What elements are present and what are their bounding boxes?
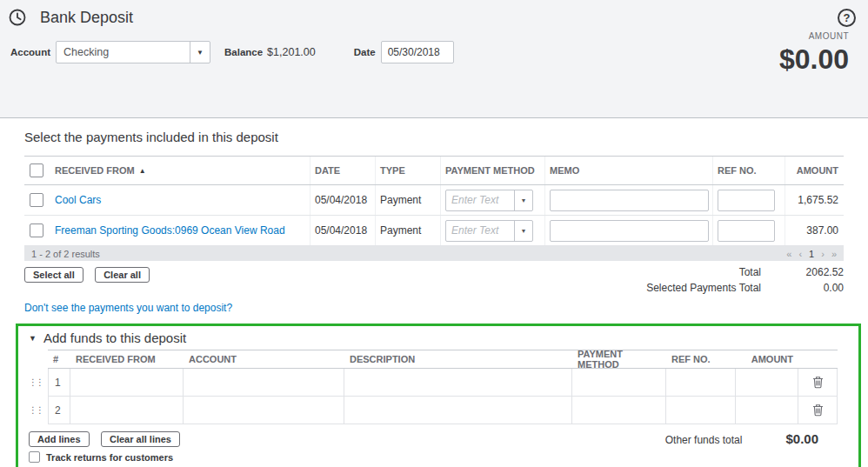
balance-label: Balance: [224, 47, 263, 57]
add-funds-footer: Add lines Clear all lines Other funds to…: [29, 430, 848, 447]
fund-account-cell[interactable]: [184, 397, 344, 424]
total-label: Total: [739, 266, 761, 278]
other-funds-total: Other funds total $0.00: [665, 431, 818, 446]
date-input[interactable]: [381, 41, 454, 63]
add-funds-table: # RECEIVED FROM ACCOUNT DESCRIPTION PAYM…: [29, 350, 838, 424]
column-header-ref-no: REF NO.: [666, 354, 736, 364]
payment-row: Freeman Sporting Goods:0969 Ocean View R…: [24, 216, 844, 246]
track-returns-label: Track returns for customers: [46, 452, 173, 463]
selection-buttons: Select all Clear all: [24, 266, 150, 297]
amount-block: AMOUNT $0.00: [779, 31, 849, 76]
selected-payments-total-value: 0.00: [761, 282, 844, 294]
drag-handle-icon[interactable]: ⋮⋮: [29, 406, 43, 415]
payment-type: Payment: [376, 216, 441, 245]
received-from-link[interactable]: Freeman Sporting Goods:0969 Ocean View R…: [55, 224, 285, 237]
row-checkbox[interactable]: [30, 223, 43, 237]
other-funds-total-value: $0.00: [785, 431, 818, 446]
collapse-triangle-icon[interactable]: ▼: [29, 334, 37, 343]
help-glyph: ?: [844, 11, 851, 24]
fund-amount-cell[interactable]: [736, 369, 798, 397]
track-returns-checkbox[interactable]: [29, 451, 40, 463]
bank-deposit-page: Bank Deposit ? Account Checking ▼ Balanc…: [0, 0, 868, 467]
chevron-down-icon[interactable]: ▼: [190, 42, 210, 63]
missing-payments-link[interactable]: Don't see the payments you want to depos…: [24, 302, 232, 314]
fund-received-from-cell[interactable]: [70, 397, 184, 424]
clear-all-lines-button[interactable]: Clear all lines: [101, 431, 180, 447]
account-label: Account: [10, 47, 50, 57]
date-label: Date: [354, 47, 376, 57]
add-lines-button[interactable]: Add lines: [29, 431, 90, 447]
ref-no-input[interactable]: [718, 220, 775, 242]
fund-received-from-cell[interactable]: [70, 369, 184, 397]
fund-row: ⋮⋮ 1: [29, 369, 838, 397]
header: Bank Deposit ? Account Checking ▼ Balanc…: [0, 0, 868, 118]
delete-row-button[interactable]: [798, 369, 838, 397]
payment-amount: 387.00: [785, 216, 844, 245]
account-select-value: Checking: [57, 42, 190, 63]
fund-amount-cell[interactable]: [736, 397, 798, 424]
fund-payment-method-cell[interactable]: [572, 369, 666, 397]
trash-icon[interactable]: [812, 376, 824, 389]
chevron-down-icon[interactable]: ▼: [514, 190, 532, 210]
column-header-ref-no: REF NO.: [713, 157, 785, 184]
row-checkbox[interactable]: [30, 193, 43, 207]
column-header-received-from: RECEIVED FROM: [70, 354, 184, 364]
payments-table: RECEIVED FROM ▲ DATE TYPE PAYMENT METHOD…: [24, 156, 844, 246]
selected-payments-total-label: Selected Payments Total: [646, 282, 761, 294]
help-icon[interactable]: ?: [838, 9, 856, 27]
delete-row-button[interactable]: [798, 397, 838, 424]
header-controls: Account Checking ▼ Balance $1,201.00 Dat…: [10, 41, 868, 63]
payment-method-select[interactable]: Enter Text ▼: [445, 220, 533, 242]
memo-input[interactable]: [550, 190, 709, 211]
payment-type: Payment: [376, 185, 441, 215]
payments-totals: Total 2062.52 Selected Payments Total 0.…: [646, 266, 844, 297]
select-all-button[interactable]: Select all: [24, 267, 83, 283]
fund-row-number: 1: [48, 369, 70, 397]
column-header-amount: AMOUNT: [785, 157, 844, 184]
column-header-payment-method: PAYMENT METHOD: [572, 349, 666, 370]
memo-input[interactable]: [550, 220, 709, 242]
pagination-page[interactable]: 1: [809, 249, 814, 259]
payment-method-placeholder: Enter Text: [446, 190, 514, 210]
header-top: Bank Deposit ?: [0, 7, 868, 28]
pagination-first[interactable]: «: [786, 249, 791, 259]
results-count: 1 - 2 of 2 results: [31, 249, 100, 259]
chevron-down-icon[interactable]: ▼: [514, 221, 532, 241]
pagination-prev[interactable]: ‹: [798, 249, 802, 259]
fund-description-cell[interactable]: [344, 397, 572, 424]
pagination-last[interactable]: »: [831, 249, 837, 259]
fund-ref-no-cell[interactable]: [666, 397, 736, 424]
column-header-received-from[interactable]: RECEIVED FROM ▲: [50, 157, 310, 184]
payments-actions-row: Select all Clear all Total 2062.52 Selec…: [24, 266, 844, 297]
payment-method-select[interactable]: Enter Text ▼: [445, 190, 533, 211]
page-title: Bank Deposit: [40, 9, 133, 27]
select-all-checkbox[interactable]: [30, 163, 43, 177]
column-header-memo: MEMO: [545, 157, 713, 184]
column-header-payment-method: PAYMENT METHOD: [441, 157, 545, 184]
fund-account-cell[interactable]: [184, 369, 344, 397]
trash-icon[interactable]: [812, 404, 824, 417]
pagination-bar: 1 - 2 of 2 results « ‹ 1 › »: [24, 246, 844, 261]
add-funds-heading: Add funds to this deposit: [43, 330, 186, 345]
payment-amount: 1,675.52: [785, 185, 844, 215]
add-funds-header[interactable]: ▼ Add funds to this deposit: [18, 328, 858, 350]
account-select[interactable]: Checking ▼: [56, 41, 210, 63]
column-header-description: DESCRIPTION: [344, 354, 572, 364]
received-from-link[interactable]: Cool Cars: [55, 194, 101, 206]
history-clock-icon[interactable]: [7, 7, 28, 28]
drag-handle-icon[interactable]: ⋮⋮: [29, 378, 43, 387]
add-funds-section: ▼ Add funds to this deposit # RECEIVED F…: [16, 324, 861, 467]
fund-ref-no-cell[interactable]: [666, 369, 736, 397]
sort-asc-icon: ▲: [139, 167, 146, 175]
payments-heading: Select the payments included in this dep…: [24, 130, 844, 144]
fund-payment-method-cell[interactable]: [572, 397, 666, 424]
column-header-type: TYPE: [376, 157, 441, 184]
payments-table-header: RECEIVED FROM ▲ DATE TYPE PAYMENT METHOD…: [24, 156, 844, 185]
ref-no-input[interactable]: [718, 190, 775, 211]
fund-description-cell[interactable]: [344, 369, 572, 397]
pagination-next[interactable]: ›: [821, 249, 825, 259]
payment-row: Cool Cars 05/04/2018 Payment Enter Text …: [24, 185, 844, 216]
column-header-num: #: [48, 354, 70, 364]
clear-all-button[interactable]: Clear all: [95, 267, 150, 283]
fund-row-number: 2: [48, 397, 70, 424]
